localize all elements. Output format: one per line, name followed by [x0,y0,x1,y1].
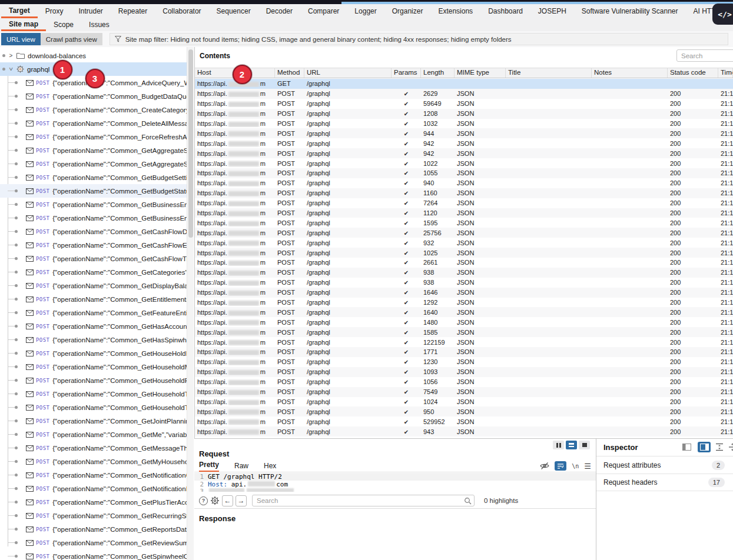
tree-item-post[interactable]: POST{"operationName":"Common_CreateCateg… [0,103,187,116]
table-row[interactable]: https://api.mPOST/graphql✔1771JSON20021:… [195,347,733,357]
tree-item-post[interactable]: POST{"operationName":"Common_GetSpinwhee… [0,549,187,560]
menu-item-intruder[interactable]: Intruder [71,4,110,18]
tree-item-post[interactable]: POST{"operationName":"Common_GetRecurrin… [0,509,187,522]
table-row[interactable]: https://api.mPOST/graphql✔942JSON20021:1 [195,138,733,148]
tree-item-folder[interactable]: > download-balances [0,49,187,62]
column-header-params[interactable]: Params [392,68,421,78]
table-row[interactable]: https://api.mPOST/graphql✔25756JSON20021… [195,228,733,238]
tree-item-post[interactable]: POST{"operationName":"Common_GetBusiness… [0,198,187,211]
table-row[interactable]: https://api.mPOST/graphql✔59649JSON20021… [195,99,733,109]
table-row[interactable]: https://api.mPOST/graphql✔1208JSON20021:… [195,109,733,119]
soft-wrap-button[interactable] [555,461,566,471]
dock-left-button[interactable] [680,442,693,452]
tree-item-post[interactable]: POST{"operationName":"Common_GetMessageT… [0,441,187,455]
tree-item-post[interactable]: POST{"operationName":"Common_GetHousehol… [0,387,187,401]
tree-item-post[interactable]: POST{"operationName":"Common_GetHousehol… [0,401,187,414]
request-tab-raw[interactable]: Raw [234,462,248,472]
menu-item-dashboard[interactable]: Dashboard [480,4,530,18]
table-row[interactable]: https://api.mPOST/graphql✔1480JSON20021:… [195,317,733,327]
search-next-button[interactable]: → [236,495,247,506]
table-row[interactable]: https://api.mPOST/graphql✔1160JSON20021:… [195,188,733,198]
column-header-title[interactable]: Title [506,68,592,78]
table-row[interactable]: https://api.mPOST/graphql✔1595JSON20021:… [195,218,733,228]
code-badge-button[interactable]: </> [712,4,733,25]
table-row[interactable]: https://api.mPOST/graphql✔2661JSON20021:… [195,258,733,268]
tree-item-post[interactable]: POST{"operationName":"Common_BudgetDataQ… [0,89,187,103]
table-row[interactable]: https://api.mPOST/graphql✔1025JSON20021:… [195,248,733,258]
menu-item-repeater[interactable]: Repeater [111,4,155,18]
table-row[interactable]: https://api.mPOST/graphql✔529952JSON2002… [195,416,733,426]
subtab-site-map[interactable]: Site map [1,18,46,31]
table-row[interactable]: https://api.mPOST/graphql✔950JSON20021:1 [195,406,733,416]
chevron-down-icon[interactable]: > [8,66,14,72]
tree-item-post[interactable]: POST{"operationName":"Common_GetBudgetSt… [0,184,187,198]
tree-item-post[interactable]: POST{"operationName":"Common_GetReportsD… [0,522,187,536]
column-header-method[interactable]: Method [275,68,304,78]
tree-item-post[interactable]: POST{"operationName":"Common_GetHousehol… [0,360,187,374]
table-row[interactable]: https://api.mPOST/graphql✔1230JSON20021:… [195,357,733,367]
search-settings-gear-icon[interactable] [210,496,220,505]
column-header-length[interactable]: Length [421,68,455,78]
menu-item-target[interactable]: Target [1,4,38,18]
table-row[interactable]: https://api.mPOST/graphql✔1646JSON20021:… [195,288,733,298]
dock-right-button[interactable] [698,442,711,452]
tree-item-post[interactable]: POST{"operationName":"Common_GetReviewSu… [0,536,187,549]
inspector-item-request-attributes[interactable]: Request attributes2 [596,457,733,474]
layout-columns-button[interactable] [553,441,564,449]
table-row[interactable]: https://api.mPOST/graphql✔1640JSON20021:… [195,307,733,317]
request-editor[interactable]: 1GET /graphql HTTP/22Host: api.com3 [194,473,596,492]
inspector-item-request-headers[interactable]: Request headers17 [596,474,733,491]
tree-item-post[interactable]: POST{"operationName":"Common_GetAggregat… [0,157,187,171]
tree-item-post[interactable]: POST{"operationName":"Common_GetCashFlow… [0,252,187,265]
menu-item-logger[interactable]: Logger [347,4,384,18]
table-row[interactable]: https://api.mPOST/graphql✔1292JSON20021:… [195,298,733,308]
table-row[interactable]: https://api.mPOST/graphql✔1032JSON20021:… [195,119,733,129]
table-row[interactable]: https://api.mPOST/graphql✔943JSON20021:1 [195,426,733,436]
table-row[interactable]: https://api.mPOST/graphql✔1120JSON20021:… [195,208,733,218]
show-newlines-button[interactable]: \n [572,463,579,469]
table-row[interactable]: https://api.mPOST/graphql✔942JSON20021:1 [195,148,733,158]
request-tab-hex[interactable]: Hex [264,462,276,472]
tree-item-post[interactable]: POST{"operationName":"Common_GetPlusTier… [0,495,187,509]
editor-search-input[interactable] [252,495,475,506]
subtab-issues[interactable]: Issues [81,18,117,31]
tree-item-post[interactable]: POST{"operationName":"Common_GetCategori… [0,265,187,279]
tree-item-post[interactable]: POST{"operationName":"Common_GetCashFlow… [0,238,187,252]
menu-item-collaborator[interactable]: Collaborator [155,4,208,18]
table-row[interactable]: https://api.mPOST/graphql✔1022JSON20021:… [195,158,733,168]
table-row[interactable]: https://api.mPOST/graphql✔7264JSON20021:… [195,198,733,208]
crawl-paths-view-button[interactable]: Crawl paths view [41,33,102,45]
sitemap-filter-bar[interactable]: Site map filter: Hiding not found items;… [110,33,728,45]
table-row[interactable]: https://api.mPOST/graphql✔1093JSON20021:… [195,367,733,377]
column-header-notes[interactable]: Notes [592,68,668,78]
request-tab-pretty[interactable]: Pretty [199,461,219,472]
tree-item-post[interactable]: POST{"operationName":"Common_GetNotifica… [0,468,187,482]
tree-item-post[interactable]: POST{"operationName":"Common_DeleteAllMe… [0,116,187,130]
menu-item-organizer[interactable]: Organizer [384,4,431,18]
table-row[interactable]: https://api.mPOST/graphql✔938JSON20021:1 [195,278,733,288]
table-row[interactable]: https://api.mPOST/graphql✔2629JSON20021:… [195,89,733,99]
tree-item-post[interactable]: POST{"operationName":"Common_GetMyHouseh… [0,455,187,468]
table-row[interactable]: https://api.mPOST/graphql✔940JSON20021:1 [195,178,733,188]
column-header-mime-type[interactable]: MIME type [455,68,506,78]
table-row[interactable]: https://api.mGET/graphql [195,79,733,89]
tree-scrollbar[interactable] [187,47,194,560]
tree-item-post[interactable]: POST{"operationName":"Common_GetDisplayB… [0,279,187,292]
tree-item-post[interactable]: POST{"operationName":"Common_GetEntitlem… [0,292,187,306]
chevron-right-icon[interactable]: > [8,52,14,59]
hide-eye-icon[interactable] [540,462,549,470]
column-header-time[interactable]: Time [718,68,733,78]
table-row[interactable]: https://api.mPOST/graphql✔1055JSON20021:… [195,168,733,178]
menu-item-decoder[interactable]: Decoder [258,4,300,18]
tree-item-post[interactable]: POST{"operationName":"Common_ForceRefres… [0,130,187,144]
collapse-vertical-icon[interactable] [715,443,724,451]
tree-item-post[interactable]: POST{"operationName":"Common_GetNotifica… [0,482,187,495]
table-header[interactable]: HostMethodURLParamsLengthMIME typeTitleN… [195,68,733,78]
tree-item-post[interactable]: POST{"operationName":"Common_GetFeatureE… [0,306,187,319]
editor-menu-icon[interactable]: ☰ [584,462,591,471]
menu-item-proxy[interactable]: Proxy [38,4,71,18]
layout-tabs-button[interactable] [579,441,590,449]
menu-item-extensions[interactable]: Extensions [430,4,480,18]
tree-item-post[interactable]: POST{"operationName":"Common_GetAggregat… [0,144,187,157]
table-row[interactable]: https://api.mPOST/graphql✔122159JSON2002… [195,337,733,347]
